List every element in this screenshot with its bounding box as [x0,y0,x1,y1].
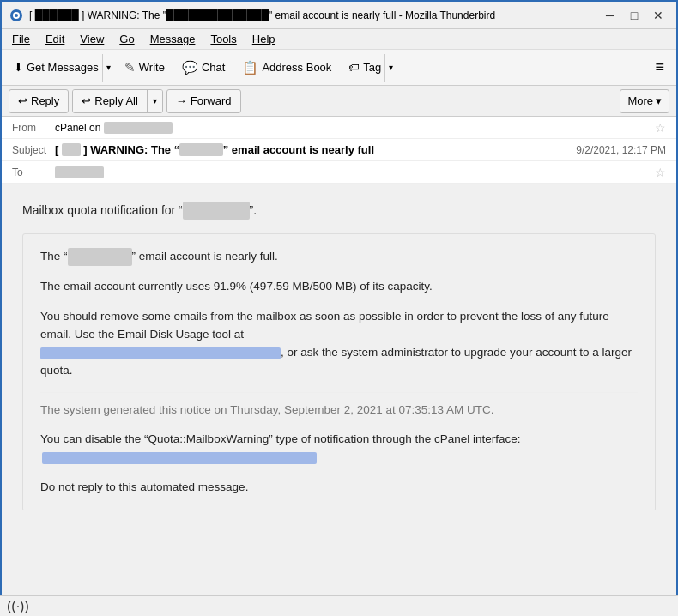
to-star-icon[interactable]: ☆ [655,166,666,179]
forward-button[interactable]: → Forward [166,89,241,113]
address-book-icon: 📋 [242,60,258,75]
forward-label: Forward [191,94,232,107]
write-label: Write [139,61,165,74]
tag-icon: 🏷 [348,61,360,74]
intro-blurred [183,202,250,220]
close-button[interactable]: ✕ [647,6,669,25]
star-icon[interactable]: ☆ [655,121,666,135]
menu-help[interactable]: Help [245,31,282,47]
to-blurred [55,166,104,178]
chat-icon: 💬 [182,60,198,75]
forward-icon: → [176,94,187,107]
hamburger-menu-button[interactable]: ≡ [648,55,671,80]
email-body-scroll[interactable]: Mailbox quota notification for “ ”. The … [2,184,676,510]
subject-value: [ ] WARNING: The “ ” email account is ne… [55,143,576,156]
minimize-button[interactable]: ─ [599,6,621,25]
tag-arrow[interactable]: ▾ [384,54,397,82]
title-bar: [ ██████ ] WARNING: The "██████████████"… [2,2,676,29]
menu-edit[interactable]: Edit [39,31,71,47]
more-button[interactable]: More ▾ [620,89,669,113]
menu-tools[interactable]: Tools [203,31,243,47]
tag-label: Tag [363,61,381,74]
subject-field: Subject [ ] WARNING: The “ ” email accou… [2,139,676,161]
p1-blurred [68,248,132,266]
chat-button[interactable]: 💬 Chat [175,54,232,82]
get-messages-icon: ⬇ [14,61,23,74]
menu-go[interactable]: Go [112,31,141,47]
menu-message[interactable]: Message [143,31,203,47]
email-intro: Mailbox quota notification for “ ”. [22,202,656,220]
reply-icon: ↩ [18,94,27,107]
status-bar: ((·)) [0,595,678,616]
to-label: To [12,166,55,178]
menu-view[interactable]: View [73,31,111,47]
main-toolbar: ⬇ Get Messages ▾ ✎ Write 💬 Chat 📋 Addres… [2,50,676,86]
get-messages-label: Get Messages [27,61,99,74]
paragraph-3: You should remove some emails from the m… [40,308,638,380]
paragraph-4: You can disable the “Quota::MailboxWarni… [40,431,638,467]
email-date: 9/2/2021, 12:17 PM [576,144,666,156]
tag-button[interactable]: 🏷 Tag [342,54,384,82]
email-box: The “ ” email account is nearly full. Th… [22,233,656,510]
get-messages-arrow[interactable]: ▾ [102,54,114,82]
to-value [55,166,650,178]
window-title: [ ██████ ] WARNING: The "██████████████"… [29,9,599,21]
address-book-label: Address Book [262,61,331,74]
subject-label: Subject [12,144,55,156]
more-chevron-icon: ▾ [656,94,662,107]
reply-all-dropdown-arrow[interactable]: ▾ [148,90,162,112]
reply-all-button[interactable]: ↩ Reply All [73,90,148,112]
reply-all-icon: ↩ [82,94,91,107]
from-field: From cPanel on ☆ [2,117,676,139]
reply-label: Reply [31,94,59,107]
reply-all-group[interactable]: ↩ Reply All ▾ [72,89,163,113]
email-content: Mailbox quota notification for “ ”. The … [2,184,676,510]
link1-blurred[interactable] [40,347,281,359]
reply-button[interactable]: ↩ Reply [9,89,69,113]
to-field: To ☆ [2,161,676,184]
from-value: cPanel on [55,122,650,134]
email-action-toolbar: ↩ Reply ↩ Reply All ▾ → Forward More ▾ [2,86,676,117]
tag-dropdown[interactable]: 🏷 Tag ▾ [342,54,397,82]
paragraph-2: The email account currently uses 91.9% (… [40,278,638,296]
connection-icon: ((·)) [7,599,29,614]
system-notice: The system generated this notice on Thur… [40,392,638,420]
from-label: From [12,122,55,134]
window-controls: ─ □ ✕ [599,6,669,25]
address-book-button[interactable]: 📋 Address Book [235,54,338,82]
subject-blurred-1 [62,143,81,156]
reply-all-label: Reply All [94,94,138,107]
paragraph-5: Do not reply to this automated message. [40,479,638,497]
subject-blurred-2 [179,143,223,156]
write-icon: ✎ [124,60,136,75]
maximize-button[interactable]: □ [623,6,645,25]
chat-label: Chat [202,61,225,74]
get-messages-button[interactable]: ⬇ Get Messages [7,54,102,82]
write-button[interactable]: ✎ Write [118,54,172,82]
more-label: More [627,94,653,107]
get-messages-dropdown[interactable]: ⬇ Get Messages ▾ [7,54,114,82]
menu-file[interactable]: File [5,31,37,47]
from-blurred [104,122,173,134]
svg-point-2 [15,14,18,17]
paragraph-1: The “ ” email account is nearly full. [40,248,638,266]
app-icon [9,8,24,23]
menu-bar: File Edit View Go Message Tools Help [2,29,676,50]
email-header: ↩ Reply ↩ Reply All ▾ → Forward More ▾ F… [2,86,676,184]
link2-blurred[interactable] [42,452,317,464]
